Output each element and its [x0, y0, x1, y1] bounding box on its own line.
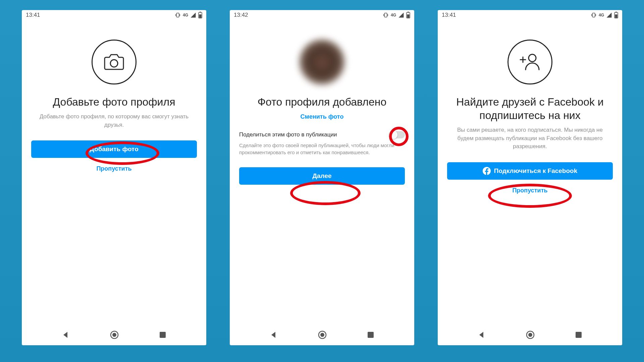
- svg-rect-23: [576, 332, 582, 338]
- recent-icon[interactable]: [575, 331, 582, 339]
- recent-icon[interactable]: [367, 331, 374, 339]
- clock: 13:41: [26, 12, 40, 18]
- page-title: Найдите друзей с Facebook и подпишитесь …: [447, 95, 613, 122]
- svg-point-6: [112, 333, 116, 337]
- svg-rect-14: [368, 332, 374, 338]
- network-label: 4G: [391, 13, 396, 17]
- svg-point-13: [320, 333, 324, 337]
- svg-rect-0: [176, 13, 179, 17]
- facebook-icon: [483, 167, 491, 175]
- camera-icon: [104, 53, 124, 71]
- status-bar: 13:41 4G: [438, 10, 622, 20]
- svg-rect-7: [160, 332, 166, 338]
- svg-rect-3: [200, 12, 201, 12]
- share-toggle-label: Поделиться этим фото в публикации: [239, 131, 337, 138]
- svg-rect-11: [408, 12, 409, 12]
- next-button[interactable]: Далее: [239, 167, 405, 185]
- status-bar: 13:42 4G: [230, 10, 414, 20]
- add-photo-button[interactable]: Добавить фото: [31, 140, 197, 158]
- add-person-icon: [518, 53, 542, 71]
- camera-placeholder: [92, 40, 137, 84]
- page-subtitle: Вы сами решаете, на кого подписаться. Мы…: [447, 126, 613, 151]
- status-icons: 4G: [591, 12, 618, 18]
- svg-point-4: [110, 60, 118, 67]
- skip-button[interactable]: Пропустить: [96, 165, 131, 172]
- page-title: Фото профиля добавлено: [258, 95, 386, 109]
- page-subtitle: Добавьте фото профиля, по которому вас с…: [31, 113, 197, 129]
- svg-rect-10: [407, 14, 410, 18]
- signal-icon: [398, 12, 404, 18]
- profile-avatar: [300, 40, 344, 84]
- vibrate-icon: [383, 12, 389, 18]
- vibrate-icon: [591, 12, 597, 18]
- status-bar: 13:41 4G: [22, 10, 206, 20]
- signal-icon: [606, 12, 612, 18]
- change-photo-link[interactable]: Сменить фото: [301, 113, 344, 120]
- back-icon[interactable]: [270, 331, 278, 339]
- status-icons: 4G: [383, 12, 410, 18]
- svg-point-22: [528, 333, 532, 337]
- network-label: 4G: [183, 13, 188, 17]
- android-nav-bar: [22, 324, 206, 345]
- svg-point-19: [529, 54, 536, 62]
- battery-icon: [198, 12, 202, 18]
- recent-icon[interactable]: [159, 331, 166, 339]
- svg-rect-2: [199, 14, 202, 18]
- add-friend-placeholder: [507, 40, 552, 84]
- screen-add-photo: 13:41 4G Добавьте фото профиля Добавьте …: [22, 10, 206, 345]
- clock: 13:41: [442, 12, 456, 18]
- connect-facebook-label: Подключиться к Facebook: [494, 167, 578, 175]
- screen-find-friends: 13:41 4G Найдите друзей с Facebook и под…: [438, 10, 622, 345]
- page-title: Добавьте фото профиля: [53, 95, 175, 109]
- home-icon[interactable]: [110, 330, 119, 340]
- signal-icon: [190, 12, 196, 18]
- skip-button[interactable]: Пропустить: [512, 187, 547, 194]
- home-icon[interactable]: [318, 330, 327, 340]
- share-toggle-description: Сделайте это фото своей первой публикаци…: [239, 142, 405, 156]
- svg-rect-15: [592, 13, 595, 17]
- svg-rect-18: [615, 12, 617, 12]
- share-toggle[interactable]: [389, 131, 405, 138]
- screen-photo-added: 13:42 4G Фото профиля добавлено Сменить …: [230, 10, 414, 345]
- status-icons: 4G: [175, 12, 202, 18]
- clock: 13:42: [234, 12, 248, 18]
- back-icon[interactable]: [62, 331, 70, 339]
- battery-icon: [406, 12, 410, 18]
- android-nav-bar: [230, 324, 414, 345]
- vibrate-icon: [175, 12, 181, 18]
- network-label: 4G: [599, 13, 604, 17]
- connect-facebook-button[interactable]: Подключиться к Facebook: [447, 162, 613, 180]
- svg-rect-17: [615, 14, 618, 18]
- android-nav-bar: [438, 324, 622, 345]
- back-icon[interactable]: [478, 331, 486, 339]
- home-icon[interactable]: [526, 330, 535, 340]
- svg-rect-8: [384, 13, 387, 17]
- battery-icon: [614, 12, 618, 18]
